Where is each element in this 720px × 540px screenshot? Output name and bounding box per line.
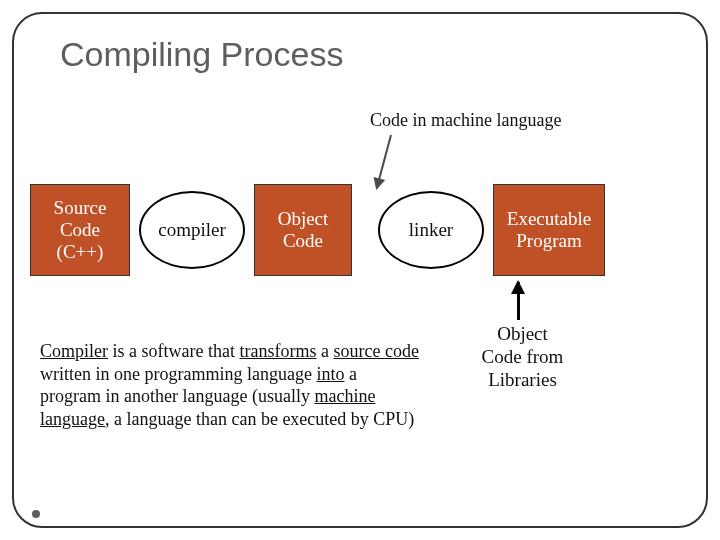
compiler-label: compiler xyxy=(158,219,226,241)
bullet-dot-icon xyxy=(32,510,40,518)
slide-title: Compiling Process xyxy=(60,35,343,74)
executable-label: Executable Program xyxy=(494,208,604,252)
compiler-ellipse: compiler xyxy=(139,191,245,269)
object-code-box: Object Code xyxy=(254,184,352,276)
object-code-label: Object Code xyxy=(255,208,351,252)
libraries-arrow-icon xyxy=(517,282,520,320)
flow-diagram: Source Code (C++) compiler Object Code l… xyxy=(30,180,710,280)
libraries-text: Object Code from Libraries xyxy=(455,323,590,391)
description-text: Compiler is a software that transforms a… xyxy=(40,340,420,430)
source-code-box: Source Code (C++) xyxy=(30,184,130,276)
linker-label: linker xyxy=(409,219,453,241)
linker-ellipse: linker xyxy=(378,191,484,269)
source-code-label: Source Code (C++) xyxy=(31,197,129,263)
annotation-text: Code in machine language xyxy=(370,110,561,131)
executable-box: Executable Program xyxy=(493,184,605,276)
